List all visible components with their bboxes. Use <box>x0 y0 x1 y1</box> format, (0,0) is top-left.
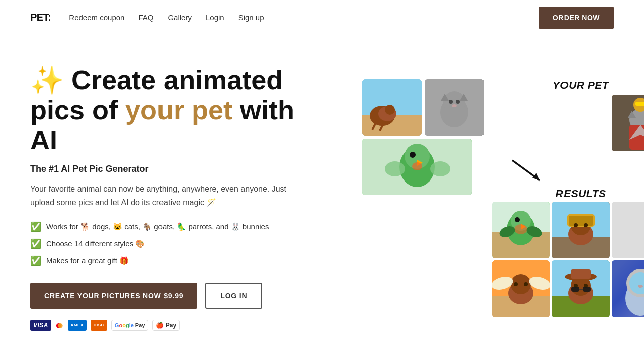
pet-photo-dog <box>362 79 422 136</box>
result-parrot-green <box>492 202 550 258</box>
left-content: ✨ Create animated pics of your pet with … <box>30 65 312 332</box>
svg-point-14 <box>456 100 460 104</box>
svg-point-15 <box>452 104 457 107</box>
svg-rect-64 <box>571 269 591 279</box>
svg-point-22 <box>385 161 405 176</box>
checkmark-icon-3: ✅ <box>30 255 41 266</box>
svg-marker-33 <box>532 173 540 180</box>
checkmark-icon-2: ✅ <box>30 238 41 249</box>
create-pictures-button[interactable]: CREATE YOUR PICTURES NOW $9.99 <box>30 283 197 309</box>
svg-point-4 <box>385 105 395 115</box>
feature-text-3: Makes for a great gift 🎁 <box>46 256 129 265</box>
nav-login[interactable]: Login <box>206 13 224 22</box>
headline-highlight: your pet <box>125 95 232 125</box>
result-dog-soldier <box>552 202 610 258</box>
svg-point-49 <box>574 223 578 227</box>
result-cat-superhero <box>612 95 644 151</box>
sub-title: The #1 AI Pet Pic Generator <box>30 164 312 174</box>
header: PET: Redeem coupon FAQ Gallery Login Sig… <box>0 0 644 35</box>
svg-rect-67 <box>571 287 579 292</box>
svg-point-19 <box>410 152 416 158</box>
result-dog-flying <box>492 260 550 317</box>
svg-point-38 <box>515 217 520 222</box>
login-button[interactable]: LOG IN <box>205 283 262 309</box>
feature-item-1: ✅ Works for 🐕 dogs, 🐱 cats, 🐐 goats, 🦜 p… <box>30 221 312 232</box>
discover-icon: DISC <box>91 320 107 331</box>
svg-point-10 <box>443 91 465 113</box>
payment-icons: VISA ● ● AMEX DISC Google Pay 🍎 Pay <box>30 319 312 332</box>
nav-redeem-coupon[interactable]: Redeem coupon <box>69 13 124 22</box>
svg-point-23 <box>412 162 422 170</box>
your-pet-label: YOUR PET <box>492 79 644 92</box>
apple-pay-icon: 🍎 Pay <box>152 320 180 331</box>
nav-gallery[interactable]: Gallery <box>168 13 192 22</box>
svg-point-40 <box>514 224 527 234</box>
feature-text-1: Works for 🐕 dogs, 🐱 cats, 🐐 goats, 🦜 par… <box>46 222 269 231</box>
collage-wrapper: YOUR PET <box>362 79 584 317</box>
svg-point-77 <box>638 285 643 288</box>
checkmark-icon-1: ✅ <box>30 221 41 232</box>
amex-icon: AMEX <box>68 320 87 331</box>
nav-signup[interactable]: Sign up <box>238 13 264 22</box>
header-left: PET: Redeem coupon FAQ Gallery Login Sig… <box>30 12 264 23</box>
visa-icon: VISA <box>30 320 51 331</box>
headline: ✨ Create animated pics of your pet with … <box>30 65 312 155</box>
features-list: ✅ Works for 🐕 dogs, 🐱 cats, 🐐 goats, 🦜 p… <box>30 221 312 266</box>
result-dog-cowboy <box>552 260 610 317</box>
nav-faq[interactable]: FAQ <box>138 13 153 22</box>
cta-buttons: CREATE YOUR PICTURES NOW $9.99 LOG IN <box>30 283 312 309</box>
svg-point-50 <box>584 223 588 227</box>
logo: PET: <box>30 12 51 23</box>
main-content: ✨ Create animated pics of your pet with … <box>0 35 644 352</box>
mastercard-icon: ● ● <box>55 319 64 332</box>
input-photos <box>362 79 484 195</box>
svg-point-58 <box>524 282 528 286</box>
feature-item-3: ✅ Makes for a great gift 🎁 <box>30 255 312 266</box>
pet-photo-parrot <box>362 139 472 195</box>
pet-photo-cat <box>425 79 484 136</box>
svg-rect-48 <box>569 216 593 226</box>
results-label: RESULTS <box>492 188 644 200</box>
result-cat-astronaut <box>612 260 644 317</box>
description: Your favorite animal can now be anything… <box>30 183 312 209</box>
svg-point-57 <box>514 282 518 286</box>
svg-point-21 <box>430 161 450 176</box>
sparkle-icon: ✨ <box>30 65 64 95</box>
right-visual: YOUR PET <box>362 79 614 317</box>
svg-rect-68 <box>583 287 591 292</box>
order-now-button[interactable]: ORDER NOW <box>539 7 614 29</box>
feature-text-2: Choose 14 different styles 🎨 <box>46 239 145 248</box>
svg-rect-31 <box>635 102 644 106</box>
svg-point-13 <box>449 100 453 104</box>
nav: Redeem coupon FAQ Gallery Login Sign up <box>69 13 264 22</box>
gpay-icon: Google Pay <box>111 320 149 331</box>
feature-item-2: ✅ Choose 14 different styles 🎨 <box>30 238 312 249</box>
results-grid <box>492 202 644 317</box>
result-empty <box>612 202 644 258</box>
arrow-icon <box>507 155 547 186</box>
